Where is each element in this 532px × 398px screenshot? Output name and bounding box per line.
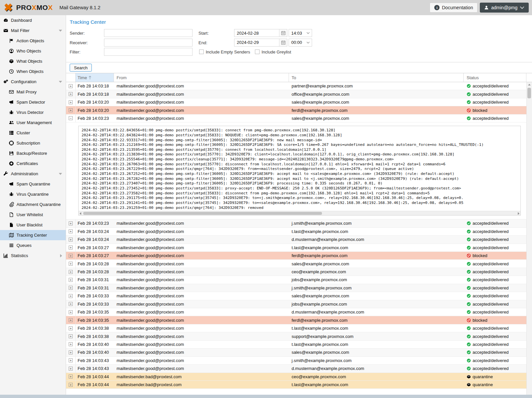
expand-cell[interactable]: + (66, 381, 76, 388)
expand-cell[interactable]: + (66, 276, 76, 283)
expand-row-icon[interactable]: + (69, 383, 73, 387)
expand-cell[interactable]: + (66, 332, 76, 340)
vertical-scrollbar[interactable] (526, 82, 532, 398)
end-date-field[interactable]: 2024-02-29 (234, 39, 287, 47)
expand-row-icon[interactable]: + (69, 334, 73, 338)
table-row[interactable]: +Feb 28 14:03:24mailtestsender.good@prox… (66, 228, 526, 236)
scroll-left-icon[interactable] (80, 212, 81, 215)
sender-input[interactable] (104, 29, 193, 37)
expand-row-icon[interactable]: + (69, 246, 73, 249)
sidebar-item-dashboard[interactable]: Dashboard (0, 15, 66, 25)
expand-row-icon[interactable]: + (69, 100, 73, 104)
table-row[interactable]: +Feb 28 14:03:24mailtestsender.good@prox… (66, 236, 526, 244)
chevron-down-icon[interactable] (304, 42, 312, 44)
expand-row-icon[interactable]: + (69, 375, 73, 379)
expand-row-icon[interactable]: + (69, 358, 73, 362)
table-row[interactable]: +Feb 28 14:03:23mailtestsender.good@prox… (66, 219, 526, 227)
table-row[interactable]: +Feb 28 14:03:40mailtestsender.good@prox… (66, 348, 526, 356)
sidebar-item-mail-filter[interactable]: Mail Filter (0, 25, 66, 36)
expand-row-icon[interactable]: + (69, 238, 73, 242)
sidebar-item-cluster[interactable]: Cluster (0, 128, 66, 138)
expand-cell[interactable]: + (66, 300, 76, 308)
expand-row-icon[interactable]: + (69, 254, 73, 258)
table-row[interactable]: +Feb 28 14:03:38mailtestsender.good@prox… (66, 324, 526, 332)
table-row[interactable]: +Feb 28 14:03:27mailtestsender.good@prox… (66, 252, 526, 260)
expand-cell[interactable]: + (66, 373, 76, 381)
expand-row-icon[interactable]: + (69, 302, 73, 306)
column-header-from[interactable]: From (114, 73, 289, 82)
sidebar-item-user-whitelist[interactable]: User Whitelist (0, 210, 66, 220)
table-row[interactable]: +Feb 28 14:03:33mailtestsender.good@prox… (66, 300, 526, 308)
table-row[interactable]: +Feb 28 14:03:43mailtestsender.good@prox… (66, 365, 526, 373)
expand-row-icon[interactable]: + (69, 350, 73, 354)
start-time-combo[interactable]: 14:03 (289, 29, 312, 37)
expand-row-icon[interactable]: + (69, 310, 73, 314)
table-row[interactable]: +Feb 28 14:03:18mailtestsender.good@prox… (66, 82, 526, 90)
table-row[interactable]: +Feb 28 14:03:20mailtestsender.good@prox… (66, 106, 526, 114)
table-row[interactable]: +Feb 28 14:03:44mailtestsender.bad@proxt… (66, 381, 526, 389)
include-greylist-checkbox[interactable] (255, 50, 260, 54)
expand-cell[interactable]: + (66, 357, 76, 364)
scroll-right-icon[interactable] (518, 212, 519, 215)
sidebar-item-user-management[interactable]: User Management (0, 117, 66, 128)
table-row[interactable]: +Feb 28 14:03:28mailtestsender.good@prox… (66, 268, 526, 276)
table-row[interactable]: +Feb 28 14:03:31mailtestsender.good@prox… (66, 284, 526, 292)
table-row[interactable]: +Feb 28 14:03:27mailtestsender.good@prox… (66, 244, 526, 252)
expand-row-icon[interactable]: + (69, 278, 73, 282)
table-row[interactable]: +Feb 28 14:03:20mailtestsender.good@prox… (66, 98, 526, 106)
expand-cell[interactable]: + (66, 219, 76, 227)
sidebar-item-configuration[interactable]: Configuration (0, 77, 66, 87)
expand-cell[interactable]: + (66, 365, 76, 372)
start-date-field[interactable]: 2024-02-28 (234, 29, 287, 37)
expand-cell[interactable]: + (66, 252, 76, 259)
sidebar-item-user-blacklist[interactable]: User Blacklist (0, 220, 66, 230)
sidebar-item-action-objects[interactable]: Action Objects (0, 36, 66, 46)
table-row[interactable]: +Feb 28 14:03:40mailtestsender.good@prox… (66, 341, 526, 348)
expand-row-icon[interactable]: + (69, 286, 73, 290)
expand-row-icon[interactable]: + (69, 326, 73, 330)
sidebar-item-backup-restore[interactable]: Backup/Restore (0, 148, 66, 158)
sidebar-item-administration[interactable]: Administration (0, 169, 66, 179)
include-empty-senders-checkbox[interactable] (199, 50, 204, 54)
table-row[interactable]: +Feb 28 14:03:18mailtestsender.good@prox… (66, 90, 526, 98)
sidebar-item-what-objects[interactable]: What Objects (0, 56, 66, 66)
sidebar-item-spam-quarantine[interactable]: Spam Quarantine (0, 179, 66, 189)
table-row[interactable]: +Feb 28 14:03:43mailtestsender.good@prox… (66, 357, 526, 365)
table-row[interactable]: +Feb 28 14:03:31mailtestsender.good@prox… (66, 276, 526, 284)
expand-cell[interactable]: + (66, 284, 76, 292)
expand-cell[interactable]: + (66, 316, 76, 324)
table-row[interactable]: +Feb 28 14:03:35mailtestsender.good@prox… (66, 308, 526, 316)
sidebar-item-subscription[interactable]: Subscription (0, 138, 66, 148)
sidebar-item-attachment-quarantine[interactable]: Attachment Quarantine (0, 199, 66, 210)
expand-cell[interactable]: + (66, 268, 76, 276)
expand-row-icon[interactable]: + (69, 262, 73, 266)
scrollbar-thumb[interactable] (527, 88, 531, 98)
table-row[interactable]: +Feb 28 14:03:35mailtestsender.good@prox… (66, 316, 526, 324)
search-button[interactable]: Search (70, 64, 92, 72)
expand-row-icon[interactable]: + (69, 294, 73, 298)
table-row[interactable]: +Feb 28 14:03:33mailtestsender.good@prox… (66, 292, 526, 300)
scrollbar-thumb[interactable] (83, 212, 322, 215)
expand-cell[interactable]: + (66, 324, 76, 332)
column-header-to[interactable]: To (289, 73, 464, 82)
sidebar-item-when-objects[interactable]: When Objects (0, 66, 66, 77)
expand-cell[interactable]: + (66, 260, 76, 267)
sidebar-item-certificates[interactable]: Certificates (0, 158, 66, 169)
expand-row-icon[interactable]: + (69, 221, 73, 225)
sidebar-item-statistics[interactable]: Statistics (0, 250, 66, 261)
sidebar-item-virus-detector[interactable]: Virus Detector (0, 107, 66, 117)
sidebar-item-virus-quarantine[interactable]: Virus Quarantine (0, 189, 66, 199)
expand-row-icon[interactable]: + (69, 342, 73, 346)
sidebar-item-spam-detector[interactable]: Spam Detector (0, 97, 66, 107)
expand-row-icon[interactable]: + (69, 92, 73, 96)
column-header-status[interactable]: Status (464, 73, 526, 82)
user-menu-button[interactable]: admin@pmg (480, 3, 529, 13)
expand-row-icon[interactable]: + (69, 318, 73, 322)
expand-row-icon[interactable]: + (69, 367, 73, 371)
end-time-combo[interactable]: 00:00 (289, 39, 312, 47)
column-header-time[interactable]: Time (76, 73, 114, 82)
expand-row-icon[interactable]: + (69, 229, 73, 233)
calendar-icon[interactable] (279, 29, 287, 37)
expand-cell[interactable]: + (66, 292, 76, 300)
expand-row-icon[interactable]: + (69, 108, 73, 112)
